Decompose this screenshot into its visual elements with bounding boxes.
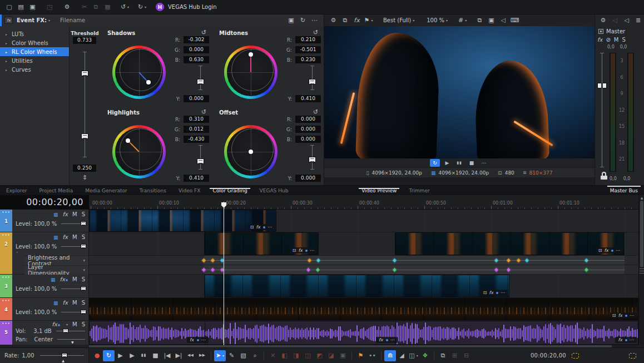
timeline-timecode-display[interactable]: 00:00:20,00 [0, 195, 89, 210]
more-button[interactable]: ⋯ [479, 159, 489, 167]
go-to-end-button[interactable]: ▶| [173, 350, 185, 361]
track-menu-dots-icon[interactable]: ••• [2, 299, 10, 303]
event-badges[interactable]: ⊡ fx ⋯ [290, 247, 317, 253]
track-solo-button[interactable]: S [82, 276, 85, 282]
insert-marker-button[interactable]: ⚑ [355, 350, 366, 361]
event-more-icon[interactable]: ⋯ [267, 225, 272, 230]
event-fx-badge[interactable]: fx [298, 248, 303, 253]
video-preview-canvas[interactable] [324, 26, 595, 158]
threshold-high-value[interactable]: 0.733 [73, 37, 96, 44]
rate-value[interactable]: 1,00 [22, 352, 34, 359]
y-value[interactable]: 0.410 [295, 95, 321, 102]
ripple-edit-button[interactable]: ◫▾ [408, 350, 419, 361]
crop-icon[interactable]: ⊡ [250, 225, 254, 230]
preview-overlay-icon[interactable]: ⚑▾ [363, 15, 374, 26]
tab-color-grading[interactable]: Color Grading [206, 188, 253, 193]
track-header-1[interactable]: ••• 1 ▦ fx M S Level: 100,0 % [0, 210, 89, 232]
track-row-5[interactable]: fx ⋯ fx ⋯ fx ⋯ [89, 321, 638, 345]
split-screen-view-icon[interactable]: ⧉ [339, 15, 351, 26]
loop-region-icon[interactable] [572, 353, 579, 359]
track-pan-value[interactable]: Center [34, 336, 53, 342]
track-row-3[interactable]: ⊡ fx ⋯ [89, 275, 638, 298]
color-wheel[interactable] [112, 125, 166, 178]
master-fader[interactable] [602, 53, 602, 167]
g-value[interactable]: -0.501 [295, 46, 321, 53]
threshold-high-handle[interactable] [81, 71, 88, 76]
save-preset-icon[interactable]: ▣ [285, 15, 297, 26]
track-pan-slider[interactable]: ▼ [57, 339, 85, 340]
master-mute-button[interactable]: M [614, 37, 619, 43]
copy-icon[interactable]: ⧉ [90, 2, 102, 13]
event-badges[interactable]: fx ⋯ [187, 337, 209, 343]
master-bypass-button[interactable]: ⊘ [606, 37, 610, 43]
external-monitor-loop-icon[interactable] [629, 353, 636, 359]
b-value[interactable]: 0.000 [295, 136, 321, 143]
tab-project-media[interactable]: Project Media [33, 188, 79, 193]
event-fx-badge[interactable]: fx [618, 337, 622, 342]
stop-button[interactable]: ■ [467, 159, 477, 167]
envelope-header-layer-dimensionality[interactable]: Layer Dimensionality ▾ [24, 265, 88, 275]
automation-dropdown-caret[interactable]: ▾ [66, 322, 68, 326]
luma-slider-handle[interactable] [197, 79, 204, 84]
crop-icon[interactable]: ⊡ [612, 313, 616, 318]
event-fx-badge[interactable]: fx [190, 337, 194, 342]
trim-start-button[interactable]: ◧ [279, 350, 290, 361]
wheel-reset-icon[interactable]: ↺ [201, 29, 206, 36]
loop-playback-button[interactable]: ↻ [430, 159, 440, 167]
event-badges[interactable]: ⊡ fx ⋯ [480, 290, 508, 296]
event-fx-badge[interactable]: fx [489, 290, 493, 295]
event-fx-badge[interactable]: fx [379, 337, 383, 342]
open-external-icon[interactable]: ◳ [44, 2, 56, 13]
chevron-down-icon[interactable]: ▾ [145, 5, 146, 9]
stop-button[interactable]: ■ [150, 350, 161, 361]
track-level-handle[interactable] [81, 244, 86, 248]
loop-playback-button[interactable]: ↻ [103, 350, 115, 361]
scroll-up-icon[interactable]: ▲ [639, 196, 644, 200]
rate-slider-handle[interactable] [62, 353, 67, 357]
track-solo-button[interactable]: S [82, 321, 85, 327]
tab-media-generator[interactable]: Media Generator [79, 188, 133, 193]
threshold-low-handle[interactable] [81, 133, 88, 139]
luma-slider[interactable] [312, 66, 313, 90]
wheel-reset-icon[interactable]: ↺ [313, 29, 318, 36]
plugin-list-item-curves[interactable]: ▸Curves [0, 65, 69, 74]
track-menu-dots-icon[interactable]: ••• [2, 275, 10, 280]
luma-slider-handle[interactable] [197, 158, 204, 164]
envelope-tool-button[interactable]: ✎ [226, 350, 237, 361]
tab-transitions[interactable]: Transitions [133, 188, 172, 193]
g-value[interactable]: 0.012 [184, 126, 209, 133]
event-more-icon[interactable]: ⋯ [390, 337, 395, 342]
y-value[interactable]: 0.000 [184, 95, 209, 102]
chevron-down-icon[interactable]: ▾ [413, 18, 414, 22]
selection-tool-button[interactable]: ➤▾ [214, 350, 226, 361]
video-event-track3[interactable]: ⊡ fx ⋯ [204, 275, 509, 297]
copy-snapshot-icon[interactable]: ⧉ [474, 15, 486, 26]
track-header-5[interactable]: ••• 5 fx ▾ M S Vol: 3,1 dB Pan: Center ▼ [0, 321, 89, 345]
slide-event-button[interactable]: ◩ [314, 350, 325, 361]
event-badges[interactable]: ⊡ fx ⋯ [610, 312, 637, 319]
track-header-3[interactable]: ••• 3 ▦ fx M S Level: 100,0 % [0, 275, 89, 298]
track-mute-button[interactable]: M [72, 276, 77, 282]
track-solo-button[interactable]: S [82, 300, 85, 306]
tab-master-bus[interactable]: Master Bus [604, 186, 644, 195]
r-value[interactable]: -0.302 [184, 36, 209, 43]
luma-slider[interactable] [200, 145, 201, 170]
undo-button[interactable]: ↺▾ [119, 2, 131, 13]
ungroup-events-button[interactable]: ⊞ [449, 350, 460, 361]
grid-overlay-icon[interactable]: #▾ [457, 15, 468, 26]
track-header-2[interactable]: ••• 2 ▦ fx M S Level: 100,0 % ⌃ Brightne… [0, 232, 89, 275]
selection-edit-tool-button[interactable]: ▧ [237, 350, 249, 361]
crop-icon[interactable]: ⊡ [483, 290, 487, 295]
track-level-slider[interactable] [61, 312, 85, 312]
track-level-slider[interactable] [61, 289, 85, 289]
trim-end-button[interactable]: ◨ [290, 350, 302, 361]
track-fx-button[interactable]: fx [60, 276, 68, 282]
g-value[interactable]: 0.000 [295, 126, 321, 133]
event-fx-badge[interactable]: fx [604, 248, 608, 253]
threshold-low-value[interactable]: 0.250 [73, 165, 96, 172]
y-value[interactable]: 0.410 [184, 175, 209, 182]
event-more-icon[interactable]: ⋯ [310, 248, 314, 253]
b-value[interactable]: 0.230 [295, 56, 321, 63]
track-mute-button[interactable]: M [72, 211, 77, 217]
track-solo-button[interactable]: S [82, 211, 85, 217]
